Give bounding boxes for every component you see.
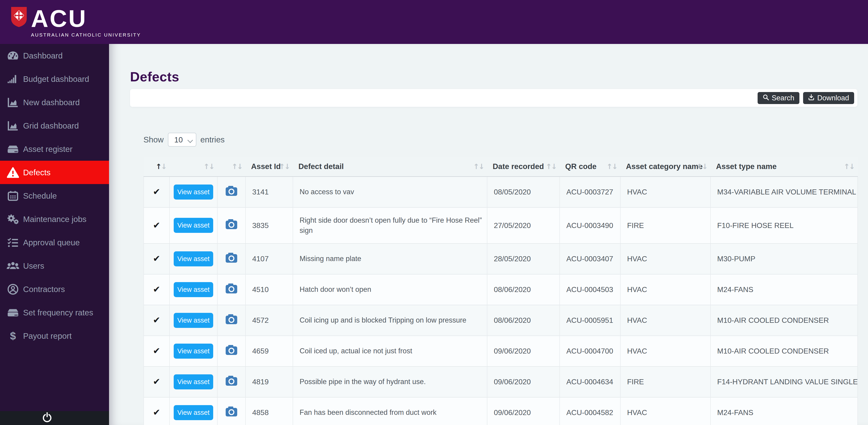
asset-id-cell: 3835 xyxy=(246,207,293,244)
asset-category-cell: HVAC xyxy=(620,305,711,336)
camera-icon[interactable] xyxy=(225,283,238,294)
entries-select[interactable]: 10 xyxy=(168,133,196,147)
date-recorded-cell: 08/06/2020 xyxy=(487,305,560,336)
asset-type-cell: M30-PUMP xyxy=(711,244,858,274)
view-asset-button[interactable]: View asset xyxy=(174,374,213,389)
qr-code-cell: ACU-0005951 xyxy=(560,305,620,336)
defect-detail-cell: No access to vav xyxy=(293,176,487,207)
defects-table: ↑↓↑↓↑↓Asset Id↑↓Defect detail↑↓Date reco… xyxy=(144,157,858,425)
asset-type-cell: F14-HYDRANT LANDING VALUE SINGLE xyxy=(711,367,858,397)
qr-code-cell: ACU-0003490 xyxy=(560,207,620,244)
camera-icon[interactable] xyxy=(225,219,238,229)
sidebar-item-payout-report[interactable]: $Payout report xyxy=(0,324,109,347)
check-icon xyxy=(153,315,160,325)
col-header-date_recorded[interactable]: Date recorded↑↓ xyxy=(487,157,560,176)
sidebar-item-contractors[interactable]: Contractors xyxy=(0,278,109,301)
defect-detail-cell: Coil iced up, actual ice not just frost xyxy=(293,336,487,367)
acu-shield-icon xyxy=(10,6,28,28)
warning-icon xyxy=(6,167,20,178)
sort-icon: ↑↓ xyxy=(844,162,855,171)
sidebar-item-schedule[interactable]: Schedule xyxy=(0,184,109,207)
acu-logo[interactable]: ACU AUSTRALIAN CATHOLIC UNIVERSITY xyxy=(10,6,141,38)
server-icon xyxy=(6,144,20,154)
camera-icon[interactable] xyxy=(225,314,238,324)
table-row: View asset 3835 Right side door doesn’t … xyxy=(144,207,858,244)
qr-code-cell: ACU-0004503 xyxy=(560,274,620,305)
camera-icon[interactable] xyxy=(225,252,238,263)
date-recorded-cell: 09/06/2020 xyxy=(487,336,560,367)
check-icon xyxy=(153,187,160,197)
sidebar: DashboardBudget dashboardNew dashboardGr… xyxy=(0,44,109,425)
logout-power-button[interactable] xyxy=(42,412,53,424)
sidebar-item-grid-dashboard[interactable]: Grid dashboard xyxy=(0,114,109,137)
sidebar-item-maintenance-jobs[interactable]: Maintenance jobs xyxy=(0,207,109,231)
server-icon xyxy=(6,308,20,317)
col-header-view_asset[interactable]: ↑↓ xyxy=(169,157,217,176)
sidebar-item-budget-dashboard[interactable]: Budget dashboard xyxy=(0,67,109,91)
view-asset-button[interactable]: View asset xyxy=(174,218,213,233)
col-header-photo[interactable]: ↑↓ xyxy=(217,157,246,176)
asset-category-cell: HVAC xyxy=(620,176,711,207)
asset-category-cell: HVAC xyxy=(620,274,711,305)
col-header-asset_id[interactable]: Asset Id↑↓ xyxy=(246,157,293,176)
asset-type-cell: M24-FANS xyxy=(711,397,858,425)
sidebar-footer xyxy=(0,411,109,425)
defect-detail-cell: Coil icing up and is blocked Tripping on… xyxy=(293,305,487,336)
search-input[interactable] xyxy=(130,89,857,107)
sort-icon: ↑↓ xyxy=(204,162,214,171)
power-icon xyxy=(42,412,53,424)
sidebar-item-asset-register[interactable]: Asset register xyxy=(0,137,109,161)
users-icon xyxy=(6,261,20,271)
search-button[interactable]: Search xyxy=(757,92,799,104)
sidebar-item-set-frequency-rates[interactable]: Set frequency rates xyxy=(0,301,109,324)
camera-icon[interactable] xyxy=(225,344,238,355)
table-header-row: ↑↓↑↓↑↓Asset Id↑↓Defect detail↑↓Date reco… xyxy=(144,157,858,176)
main-content: Defects Search xyxy=(109,44,868,425)
sidebar-item-defects[interactable]: Defects xyxy=(0,161,109,184)
gears-icon xyxy=(6,214,20,225)
view-asset-button[interactable]: View asset xyxy=(174,282,213,297)
search-icon xyxy=(763,94,769,102)
sort-icon: ↑↓ xyxy=(279,162,290,171)
sidebar-item-new-dashboard[interactable]: New dashboard xyxy=(0,91,109,114)
sidebar-item-users[interactable]: Users xyxy=(0,254,109,278)
sidebar-item-approval-queue[interactable]: Approval queue xyxy=(0,231,109,254)
camera-icon[interactable] xyxy=(225,406,238,417)
col-header-asset_category_name[interactable]: Asset category name↑↓ xyxy=(620,157,711,176)
qr-code-cell: ACU-0004700 xyxy=(560,336,620,367)
col-header-qr_code[interactable]: QR code↑↓ xyxy=(560,157,620,176)
asset-category-cell: FIRE xyxy=(620,367,711,397)
view-asset-button[interactable]: View asset xyxy=(174,313,213,328)
download-button[interactable]: Download xyxy=(803,92,854,104)
col-header-asset_type_name[interactable]: Asset type name↑↓ xyxy=(711,157,858,176)
show-label: Show xyxy=(144,135,164,144)
camera-icon[interactable] xyxy=(225,375,238,386)
entries-bar: Show 10 entries xyxy=(144,133,857,147)
checklist-icon xyxy=(6,237,20,248)
table-row: View asset 4510 Hatch door won’t open 08… xyxy=(144,274,858,305)
date-recorded-cell: 09/06/2020 xyxy=(487,397,560,425)
defect-detail-cell: Fan has been disconnected from duct work xyxy=(293,397,487,425)
asset-id-cell: 4819 xyxy=(246,367,293,397)
col-header-defect_detail[interactable]: Defect detail↑↓ xyxy=(293,157,487,176)
qr-code-cell: ACU-0003407 xyxy=(560,244,620,274)
table-row: View asset 3141 No access to vav 08/05/2… xyxy=(144,176,858,207)
defect-detail-cell: Hatch door won’t open xyxy=(293,274,487,305)
camera-icon[interactable] xyxy=(225,186,238,196)
calendar-icon xyxy=(6,191,20,201)
view-asset-button[interactable]: View asset xyxy=(174,405,213,420)
view-asset-button[interactable]: View asset xyxy=(174,251,213,266)
view-asset-button[interactable]: View asset xyxy=(174,185,213,200)
brand-subtitle: AUSTRALIAN CATHOLIC UNIVERSITY xyxy=(31,32,141,38)
view-asset-button[interactable]: View asset xyxy=(174,344,213,359)
asset-type-cell: M10-AIR COOLED CONDENSER xyxy=(711,305,858,336)
col-header-select[interactable]: ↑↓ xyxy=(144,157,169,176)
asset-id-cell: 4107 xyxy=(246,244,293,274)
defect-detail-cell: Missing name plate xyxy=(293,244,487,274)
contractor-icon xyxy=(6,284,20,295)
qr-code-cell: ACU-0004582 xyxy=(560,397,620,425)
qr-code-cell: ACU-0003727 xyxy=(560,176,620,207)
sidebar-item-dashboard[interactable]: Dashboard xyxy=(0,44,109,67)
top-bar: ACU AUSTRALIAN CATHOLIC UNIVERSITY xyxy=(0,0,868,44)
asset-id-cell: 3141 xyxy=(246,176,293,207)
